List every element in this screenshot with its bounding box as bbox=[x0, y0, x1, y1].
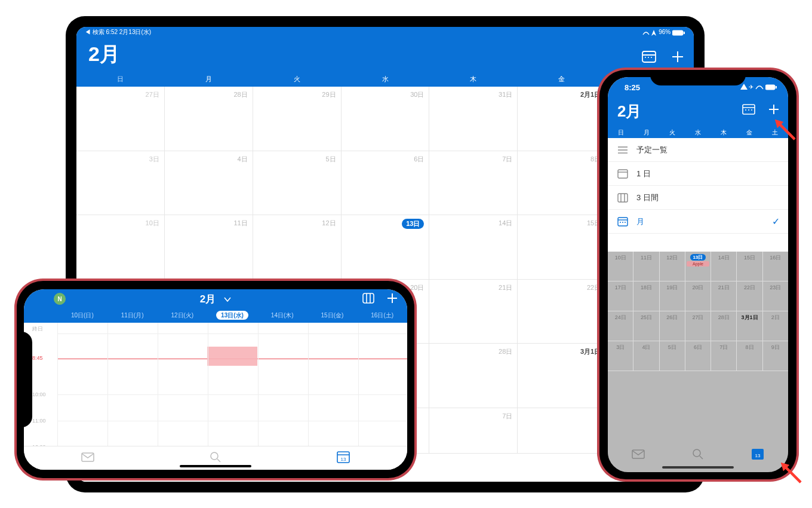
mail-tab-icon[interactable] bbox=[631, 448, 645, 463]
list-icon bbox=[616, 145, 629, 155]
calendar-cell[interactable]: 8日 bbox=[518, 151, 606, 215]
calendar-cell[interactable]: 10日 bbox=[608, 252, 633, 281]
calendar-cell[interactable]: 24日 bbox=[608, 311, 633, 341]
day-column-header[interactable]: 15日(金) bbox=[307, 308, 358, 323]
threeday-icon bbox=[616, 193, 629, 203]
calendar-cell[interactable]: 10日 bbox=[76, 215, 165, 279]
weekday-label: 火 bbox=[659, 125, 685, 138]
calendar-cell[interactable]: 9日 bbox=[763, 341, 788, 371]
calendar-cell[interactable]: 27日 bbox=[685, 311, 711, 341]
avatar[interactable]: N bbox=[54, 293, 66, 305]
calendar-cell[interactable]: 31日 bbox=[429, 87, 518, 151]
view-menu-item[interactable]: 1 日 bbox=[608, 162, 788, 186]
calendar-cell[interactable]: 13日 bbox=[342, 215, 430, 279]
view-columns-icon[interactable] bbox=[362, 292, 375, 308]
calendar-cell[interactable]: 6日 bbox=[685, 341, 711, 371]
calendar-cell[interactable]: 23日 bbox=[763, 281, 788, 311]
add-icon[interactable] bbox=[386, 292, 399, 308]
month-title[interactable]: 2月 bbox=[200, 292, 232, 306]
calendar-cell[interactable]: 17日 bbox=[608, 281, 633, 311]
svg-rect-35 bbox=[618, 170, 628, 178]
view-menu-item[interactable]: 3 日間 bbox=[608, 186, 788, 210]
mail-tab-icon[interactable] bbox=[81, 451, 95, 466]
add-icon[interactable] bbox=[767, 102, 781, 121]
calendar-cell[interactable]: 28日 bbox=[711, 311, 737, 341]
calendar-cell[interactable]: 15日 bbox=[737, 252, 762, 281]
view-menu-item[interactable]: 予定一覧 bbox=[608, 138, 788, 162]
calendar-cell[interactable]: 2日 bbox=[763, 311, 788, 341]
calendar-cell[interactable]: 12日 bbox=[253, 215, 342, 279]
month-title: 2月 bbox=[617, 101, 641, 122]
calendar-cell[interactable]: 27日 bbox=[76, 87, 165, 151]
event-block[interactable] bbox=[207, 347, 257, 366]
calendar-cell[interactable]: 12日 bbox=[660, 252, 685, 281]
calendar-cell[interactable]: 3月1日 bbox=[737, 311, 762, 341]
calendar-cell[interactable]: 7日 bbox=[429, 151, 518, 215]
day-column-header[interactable]: 16日(土) bbox=[357, 308, 407, 323]
calendar-cell[interactable]: 30日 bbox=[342, 87, 430, 151]
calendar-cell[interactable]: 29日 bbox=[253, 87, 342, 151]
calendar-cell[interactable]: 16日 bbox=[763, 252, 788, 281]
search-tab-icon[interactable] bbox=[209, 451, 222, 466]
add-icon[interactable] bbox=[670, 46, 685, 69]
calendar-cell[interactable]: 11日 bbox=[165, 215, 253, 279]
iphone-l-day-row[interactable]: 10日(日)11日(月)12日(火)13日(水)14日(木)15日(金)16日(… bbox=[24, 308, 407, 323]
calendar-cell[interactable]: 14日 bbox=[429, 215, 518, 279]
calendar-cell[interactable]: 6日 bbox=[342, 151, 430, 215]
calendar-cell[interactable]: 20日 bbox=[685, 281, 711, 311]
search-tab-icon[interactable] bbox=[691, 448, 705, 463]
iphone-p-screen: 8:25 ✈ 2月 日月火水木金土 予定一覧1 日3 日間月✓ 10日11日12… bbox=[608, 77, 788, 472]
status-right: 96% bbox=[642, 29, 685, 35]
calendar-cell[interactable]: 28日 bbox=[429, 344, 518, 408]
svg-line-19 bbox=[217, 459, 220, 462]
calendar-view-icon[interactable] bbox=[742, 102, 756, 121]
home-indicator bbox=[662, 466, 734, 469]
notch bbox=[650, 70, 746, 85]
calendar-cell[interactable]: 15日 bbox=[518, 215, 606, 279]
calendar-cell[interactable]: 14日 bbox=[711, 252, 737, 281]
calendar-cell[interactable]: 25日 bbox=[633, 311, 659, 341]
svg-rect-1 bbox=[684, 32, 685, 34]
svg-rect-0 bbox=[672, 30, 683, 35]
day-column-header[interactable]: 12日(火) bbox=[157, 308, 207, 323]
calendar-cell[interactable]: 26日 bbox=[660, 311, 685, 341]
weekday-label: 水 bbox=[685, 125, 710, 138]
calendar-cell[interactable]: 28日 bbox=[165, 87, 253, 151]
calendar-tab-icon[interactable]: 13 bbox=[336, 450, 350, 467]
calendar-cell[interactable]: 8日 bbox=[737, 341, 762, 371]
notch bbox=[17, 332, 32, 427]
calendar-cell[interactable]: 5日 bbox=[660, 341, 685, 371]
calendar-view-icon[interactable] bbox=[641, 46, 657, 69]
calendar-cell[interactable]: 21日 bbox=[711, 281, 737, 311]
calendar-cell[interactable]: 19日 bbox=[660, 281, 685, 311]
calendar-cell[interactable]: 4日 bbox=[633, 341, 659, 371]
weekday-label: 木 bbox=[711, 125, 737, 138]
calendar-cell[interactable]: 3日 bbox=[608, 341, 633, 371]
svg-rect-37 bbox=[618, 194, 628, 202]
calendar-cell[interactable]: 11日 bbox=[633, 252, 659, 281]
calendar-cell[interactable]: 18日 bbox=[633, 281, 659, 311]
menu-item-label: 1 日 bbox=[636, 169, 651, 179]
calendar-tab-icon[interactable]: 13 bbox=[751, 447, 765, 464]
calendar-cell[interactable]: 2月1日 bbox=[518, 87, 606, 151]
calendar-cell[interactable]: 3日 bbox=[76, 151, 165, 215]
calendar-cell[interactable]: 7日 bbox=[711, 341, 737, 371]
iphone-l-header: N 2月 bbox=[24, 289, 407, 308]
day-column-header[interactable]: 13日(水) bbox=[207, 308, 257, 323]
calendar-cell[interactable]: 13日Apple bbox=[685, 252, 711, 281]
event-chip[interactable]: Apple bbox=[687, 261, 709, 267]
view-menu-item[interactable]: 月✓ bbox=[608, 210, 788, 234]
iphone-l-timeline[interactable]: 終日 8:45 10:0011:0012:00 bbox=[24, 323, 407, 451]
calendar-cell[interactable]: 22日 bbox=[737, 281, 762, 311]
dim-overlay[interactable]: 10日11日12日13日Apple14日15日16日17日18日19日20日21… bbox=[608, 252, 788, 472]
calendar-cell[interactable]: 21日 bbox=[429, 280, 518, 344]
calendar-cell[interactable]: 3月1日 bbox=[518, 344, 606, 408]
calendar-cell[interactable]: 5日 bbox=[253, 151, 342, 215]
day-column-header[interactable]: 14日(木) bbox=[257, 308, 307, 323]
calendar-cell[interactable]: 4日 bbox=[165, 151, 253, 215]
hour-label: 10:00 bbox=[32, 391, 46, 397]
menu-item-label: 月 bbox=[636, 216, 644, 227]
calendar-cell[interactable]: 22日 bbox=[518, 280, 606, 344]
day-column-header[interactable]: 10日(日) bbox=[57, 308, 107, 323]
day-column-header[interactable]: 11日(月) bbox=[107, 308, 158, 323]
